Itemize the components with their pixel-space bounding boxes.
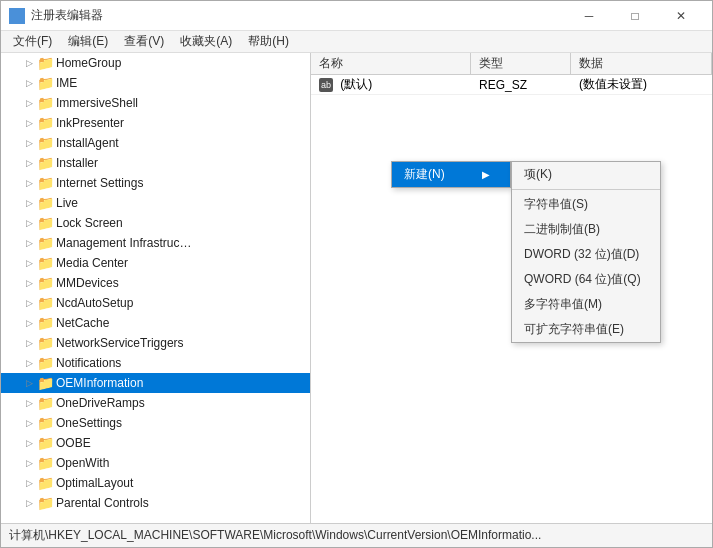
tree-item-label: Notifications bbox=[56, 356, 121, 370]
title-bar: 注册表编辑器 ─ □ ✕ bbox=[1, 1, 712, 31]
tree-item-label: Management Infrastruc… bbox=[56, 236, 191, 250]
tree-item-label: Media Center bbox=[56, 256, 128, 270]
menu-help[interactable]: 帮助(H) bbox=[240, 31, 297, 52]
tree-item-label: Lock Screen bbox=[56, 216, 123, 230]
submenu-arrow-icon: ▶ bbox=[482, 169, 490, 180]
submenu-item-multistring[interactable]: 多字符串值(M) bbox=[512, 292, 660, 317]
menu-favorites[interactable]: 收藏夹(A) bbox=[172, 31, 240, 52]
minimize-button[interactable]: ─ bbox=[566, 1, 612, 31]
expand-icon: ▷ bbox=[21, 495, 37, 511]
tree-item-notifications[interactable]: ▷ 📁 Notifications bbox=[1, 353, 310, 373]
tree-item-label: OEMInformation bbox=[56, 376, 143, 390]
tree-item-onedriveramps[interactable]: ▷ 📁 OneDriveRamps bbox=[1, 393, 310, 413]
window-controls: ─ □ ✕ bbox=[566, 1, 704, 31]
expand-icon: ▷ bbox=[21, 235, 37, 251]
svg-rect-2 bbox=[10, 17, 16, 23]
tree-item-label: Internet Settings bbox=[56, 176, 143, 190]
expand-icon: ▷ bbox=[21, 255, 37, 271]
expand-icon: ▷ bbox=[21, 435, 37, 451]
folder-icon: 📁 bbox=[37, 255, 53, 271]
expand-icon: ▷ bbox=[21, 315, 37, 331]
ctx-item-new[interactable]: 新建(N) ▶ bbox=[392, 162, 510, 187]
status-text: 计算机\HKEY_LOCAL_MACHINE\SOFTWARE\Microsof… bbox=[9, 527, 541, 544]
folder-icon: 📁 bbox=[37, 495, 53, 511]
submenu-item-qword[interactable]: QWORD (64 位)值(Q) bbox=[512, 267, 660, 292]
expand-icon: ▷ bbox=[21, 355, 37, 371]
tree-item-optimallayout[interactable]: ▷ 📁 OptimalLayout bbox=[1, 473, 310, 493]
folder-icon: 📁 bbox=[37, 415, 53, 431]
folder-icon: 📁 bbox=[37, 275, 53, 291]
close-button[interactable]: ✕ bbox=[658, 1, 704, 31]
svg-rect-0 bbox=[10, 9, 16, 15]
folder-icon: 📁 bbox=[37, 435, 53, 451]
menu-view[interactable]: 查看(V) bbox=[116, 31, 172, 52]
cell-type: REG_SZ bbox=[471, 78, 571, 92]
maximize-button[interactable]: □ bbox=[612, 1, 658, 31]
tree-item-label: NetCache bbox=[56, 316, 109, 330]
submenu-separator bbox=[512, 189, 660, 190]
expand-icon: ▷ bbox=[21, 475, 37, 491]
tree-item-mmdevices[interactable]: ▷ 📁 MMDevices bbox=[1, 273, 310, 293]
submenu-item-dword[interactable]: DWORD (32 位)值(D) bbox=[512, 242, 660, 267]
expand-icon: ▷ bbox=[21, 395, 37, 411]
tree-item-label: Live bbox=[56, 196, 78, 210]
tree-item-immersiveshell[interactable]: ▷ 📁 ImmersiveShell bbox=[1, 93, 310, 113]
tree-scroll-area: ▷ 📁 HomeGroup ▷ 📁 IME ▷ 📁 ImmersiveShell bbox=[1, 53, 310, 513]
tree-item-openwith[interactable]: ▷ 📁 OpenWith bbox=[1, 453, 310, 473]
expand-icon: ▷ bbox=[21, 55, 37, 71]
tree-item-label: OOBE bbox=[56, 436, 91, 450]
tree-item-homegroup[interactable]: ▷ 📁 HomeGroup bbox=[1, 53, 310, 73]
tree-panel[interactable]: ▷ 📁 HomeGroup ▷ 📁 IME ▷ 📁 ImmersiveShell bbox=[1, 53, 311, 523]
tree-item-internetsettings[interactable]: ▷ 📁 Internet Settings bbox=[1, 173, 310, 193]
folder-icon: 📁 bbox=[37, 155, 53, 171]
submenu[interactable]: 项(K) 字符串值(S) 二进制制值(B) DWORD (32 位)值(D) Q… bbox=[511, 161, 661, 343]
tree-item-installagent[interactable]: ▷ 📁 InstallAgent bbox=[1, 133, 310, 153]
table-row[interactable]: ab (默认) REG_SZ (数值未设置) bbox=[311, 75, 712, 95]
submenu-item-string[interactable]: 字符串值(S) bbox=[512, 192, 660, 217]
tree-item-label: InstallAgent bbox=[56, 136, 119, 150]
tree-item-ime[interactable]: ▷ 📁 IME bbox=[1, 73, 310, 93]
folder-icon: 📁 bbox=[37, 395, 53, 411]
tree-item-onesettings[interactable]: ▷ 📁 OneSettings bbox=[1, 413, 310, 433]
folder-icon: 📁 bbox=[37, 335, 53, 351]
cell-name-value: (默认) bbox=[340, 77, 372, 91]
menu-file[interactable]: 文件(F) bbox=[5, 31, 60, 52]
tree-item-label: NetworkServiceTriggers bbox=[56, 336, 184, 350]
folder-icon: 📁 bbox=[37, 55, 53, 71]
tree-item-mediacenter[interactable]: ▷ 📁 Media Center bbox=[1, 253, 310, 273]
menu-edit[interactable]: 编辑(E) bbox=[60, 31, 116, 52]
tree-item-ncdautosetup[interactable]: ▷ 📁 NcdAutoSetup bbox=[1, 293, 310, 313]
tree-item-parentalcontrols[interactable]: ▷ 📁 Parental Controls bbox=[1, 493, 310, 513]
context-menu-new[interactable]: 新建(N) ▶ bbox=[391, 161, 511, 188]
expand-icon: ▷ bbox=[21, 155, 37, 171]
expand-icon: ▷ bbox=[21, 195, 37, 211]
tree-item-oeminformation[interactable]: ▷ 📁 OEMInformation bbox=[1, 373, 310, 393]
col-header-name: 名称 bbox=[311, 53, 471, 74]
expand-icon: ▷ bbox=[21, 455, 37, 471]
tree-item-installer[interactable]: ▷ 📁 Installer bbox=[1, 153, 310, 173]
folder-icon: 📁 bbox=[37, 195, 53, 211]
submenu-item-key[interactable]: 项(K) bbox=[512, 162, 660, 187]
submenu-item-expandstring[interactable]: 可扩充字符串值(E) bbox=[512, 317, 660, 342]
col-header-data: 数据 bbox=[571, 53, 712, 74]
tree-item-lockscreen[interactable]: ▷ 📁 Lock Screen bbox=[1, 213, 310, 233]
submenu-item-binary[interactable]: 二进制制值(B) bbox=[512, 217, 660, 242]
tree-item-netcache[interactable]: ▷ 📁 NetCache bbox=[1, 313, 310, 333]
ctx-new-label: 新建(N) bbox=[404, 166, 445, 183]
main-window: 注册表编辑器 ─ □ ✕ 文件(F) 编辑(E) 查看(V) 收藏夹(A) 帮助… bbox=[0, 0, 713, 548]
expand-icon: ▷ bbox=[21, 75, 37, 91]
tree-item-label: OpenWith bbox=[56, 456, 109, 470]
tree-item-inkpresenter[interactable]: ▷ 📁 InkPresenter bbox=[1, 113, 310, 133]
tree-item-networkservicetriggers[interactable]: ▷ 📁 NetworkServiceTriggers bbox=[1, 333, 310, 353]
expand-icon: ▷ bbox=[21, 275, 37, 291]
tree-item-live[interactable]: ▷ 📁 Live bbox=[1, 193, 310, 213]
svg-rect-1 bbox=[18, 9, 24, 15]
folder-icon: 📁 bbox=[37, 375, 53, 391]
tree-item-mgmtinfra[interactable]: ▷ 📁 Management Infrastruc… bbox=[1, 233, 310, 253]
svg-rect-3 bbox=[18, 17, 24, 23]
folder-icon: 📁 bbox=[37, 235, 53, 251]
tree-item-oobe[interactable]: ▷ 📁 OOBE bbox=[1, 433, 310, 453]
folder-icon: 📁 bbox=[37, 135, 53, 151]
folder-icon: 📁 bbox=[37, 295, 53, 311]
tree-item-label: OneSettings bbox=[56, 416, 122, 430]
